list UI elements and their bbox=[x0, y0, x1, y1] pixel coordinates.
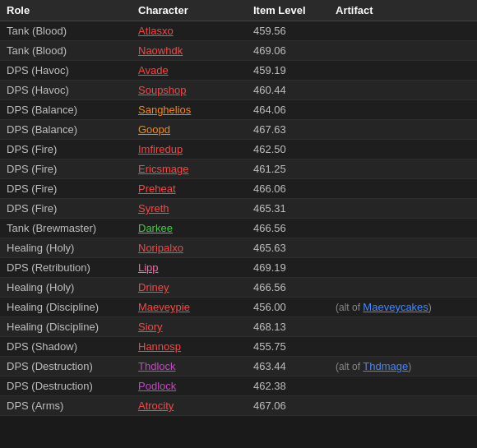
table-row: DPS (Fire)Preheat466.06 bbox=[0, 179, 477, 199]
character-link[interactable]: Syreth bbox=[138, 202, 169, 215]
table-row: Healing (Holy)Driney466.56 bbox=[0, 278, 477, 298]
character-link[interactable]: Avade bbox=[138, 64, 169, 76]
cell-artifact bbox=[329, 278, 477, 298]
cell-role: DPS (Fire) bbox=[0, 199, 132, 219]
artifact-link[interactable]: Maeveycakes bbox=[363, 301, 428, 313]
cell-artifact bbox=[329, 81, 477, 100]
cell-character: Hannosp bbox=[132, 337, 247, 357]
table-row: DPS (Shadow)Hannosp455.75 bbox=[0, 337, 477, 357]
cell-role: DPS (Havoc) bbox=[0, 61, 132, 81]
cell-item-level: 465.63 bbox=[247, 238, 329, 258]
character-link[interactable]: Atrocity bbox=[138, 400, 174, 412]
table-row: DPS (Fire)Syreth465.31 bbox=[0, 199, 477, 219]
character-link[interactable]: Goopd bbox=[138, 123, 170, 136]
artifact-text: (alt of bbox=[336, 361, 363, 372]
character-link[interactable]: Noripalxo bbox=[138, 242, 183, 254]
cell-item-level: 468.13 bbox=[247, 317, 329, 337]
character-link[interactable]: Darkee bbox=[138, 222, 173, 234]
cell-item-level: 466.56 bbox=[247, 278, 329, 298]
cell-role: DPS (Shadow) bbox=[0, 337, 132, 357]
table-row: Healing (Holy)Noripalxo465.63 bbox=[0, 238, 477, 258]
cell-character: Goopd bbox=[132, 120, 247, 140]
cell-item-level: 456.00 bbox=[247, 298, 329, 317]
cell-item-level: 466.06 bbox=[247, 179, 329, 199]
table-row: DPS (Havoc)Soupshop460.44 bbox=[0, 81, 477, 100]
cell-character: Podlock bbox=[132, 376, 247, 396]
cell-artifact bbox=[329, 337, 477, 357]
cell-artifact bbox=[329, 41, 477, 61]
table-row: DPS (Fire)Imfiredup462.50 bbox=[0, 140, 477, 159]
artifact-text: (alt of bbox=[336, 302, 363, 313]
cell-artifact bbox=[329, 140, 477, 159]
table-row: DPS (Destruction)Podlock462.38 bbox=[0, 376, 477, 396]
cell-artifact bbox=[329, 258, 477, 278]
cell-artifact bbox=[329, 100, 477, 120]
character-link[interactable]: Hannosp bbox=[138, 340, 181, 353]
artifact-suffix: ) bbox=[428, 302, 432, 313]
table-row: DPS (Destruction)Thdlock463.44(alt of Th… bbox=[0, 357, 477, 376]
header-character: Character bbox=[132, 0, 247, 21]
cell-role: Tank (Blood) bbox=[0, 21, 132, 41]
cell-role: DPS (Arms) bbox=[0, 396, 132, 416]
cell-item-level: 455.75 bbox=[247, 337, 329, 357]
cell-role: Tank (Brewmaster) bbox=[0, 219, 132, 238]
cell-artifact bbox=[329, 199, 477, 219]
character-link[interactable]: Naowhdk bbox=[138, 44, 183, 57]
cell-character: Darkee bbox=[132, 219, 247, 238]
cell-item-level: 463.44 bbox=[247, 357, 329, 376]
character-link[interactable]: Maeveypie bbox=[138, 301, 190, 313]
header-artifact: Artifact bbox=[329, 0, 477, 21]
cell-character: Sanghelios bbox=[132, 100, 247, 120]
artifact-suffix: ) bbox=[408, 361, 411, 372]
cell-role: DPS (Fire) bbox=[0, 179, 132, 199]
cell-item-level: 462.50 bbox=[247, 140, 329, 159]
character-link[interactable]: Imfiredup bbox=[138, 143, 183, 155]
cell-artifact: (alt of Thdmage) bbox=[329, 357, 477, 376]
table-row: Tank (Blood)Naowhdk469.06 bbox=[0, 41, 477, 61]
character-link[interactable]: Sanghelios bbox=[138, 104, 191, 116]
cell-artifact bbox=[329, 21, 477, 41]
cell-role: DPS (Balance) bbox=[0, 120, 132, 140]
cell-role: Healing (Discipline) bbox=[0, 317, 132, 337]
cell-role: DPS (Balance) bbox=[0, 100, 132, 120]
cell-artifact bbox=[329, 179, 477, 199]
cell-item-level: 462.38 bbox=[247, 376, 329, 396]
cell-artifact bbox=[329, 238, 477, 258]
character-link[interactable]: Atlasxo bbox=[138, 25, 174, 37]
cell-item-level: 469.06 bbox=[247, 41, 329, 61]
table-row: Tank (Blood)Atlasxo459.56 bbox=[0, 21, 477, 41]
cell-character: Preheat bbox=[132, 179, 247, 199]
table-row: DPS (Havoc)Avade459.19 bbox=[0, 61, 477, 81]
cell-artifact bbox=[329, 317, 477, 337]
character-link[interactable]: Soupshop bbox=[138, 84, 187, 96]
header-item-level: Item Level bbox=[247, 0, 329, 21]
cell-item-level: 465.31 bbox=[247, 199, 329, 219]
roster-table: Role Character Item Level Artifact Tank … bbox=[0, 0, 477, 416]
cell-item-level: 467.63 bbox=[247, 120, 329, 140]
cell-item-level: 459.56 bbox=[247, 21, 329, 41]
character-link[interactable]: Thdlock bbox=[138, 360, 176, 372]
artifact-link[interactable]: Thdmage bbox=[363, 360, 408, 372]
cell-character: Noripalxo bbox=[132, 238, 247, 258]
cell-artifact bbox=[329, 120, 477, 140]
character-link[interactable]: Lipp bbox=[138, 261, 159, 274]
cell-item-level: 459.19 bbox=[247, 61, 329, 81]
table-row: Tank (Brewmaster)Darkee466.56 bbox=[0, 219, 477, 238]
character-link[interactable]: Preheat bbox=[138, 182, 176, 195]
table-row: DPS (Fire)Ericsmage461.25 bbox=[0, 159, 477, 179]
character-link[interactable]: Driney bbox=[138, 281, 169, 293]
cell-artifact bbox=[329, 376, 477, 396]
cell-role: Healing (Holy) bbox=[0, 278, 132, 298]
cell-artifact bbox=[329, 159, 477, 179]
table-row: DPS (Balance)Sanghelios464.06 bbox=[0, 100, 477, 120]
cell-role: Healing (Holy) bbox=[0, 238, 132, 258]
table-row: DPS (Retribution)Lipp469.19 bbox=[0, 258, 477, 278]
cell-character: Ericsmage bbox=[132, 159, 247, 179]
cell-item-level: 469.19 bbox=[247, 258, 329, 278]
cell-character: Naowhdk bbox=[132, 41, 247, 61]
character-link[interactable]: Ericsmage bbox=[138, 163, 188, 175]
cell-character: Soupshop bbox=[132, 81, 247, 100]
character-link[interactable]: Siory bbox=[138, 321, 163, 333]
cell-role: Tank (Blood) bbox=[0, 41, 132, 61]
character-link[interactable]: Podlock bbox=[138, 380, 176, 392]
